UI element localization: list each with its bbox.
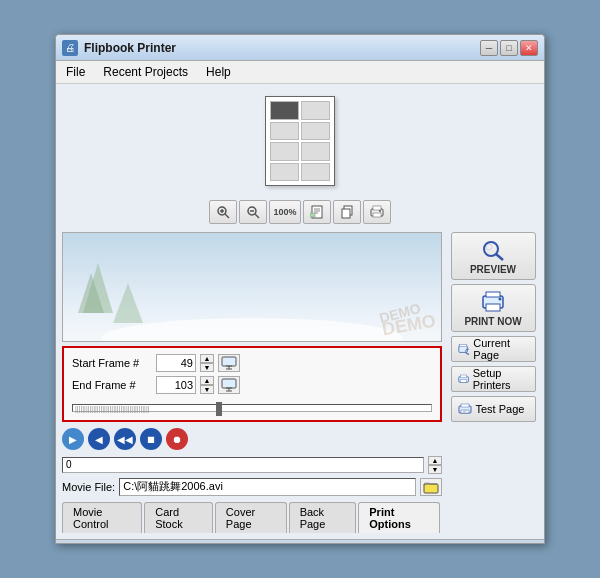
title-bar: 🖨 Flipbook Printer ─ □ ✕ (56, 35, 544, 61)
menu-recent-projects[interactable]: Recent Projects (99, 63, 192, 81)
title-bar-left: 🖨 Flipbook Printer (62, 40, 176, 56)
progress-spin-up[interactable]: ▲ (428, 456, 442, 465)
thumb-cell-3 (270, 122, 299, 141)
test-page-button[interactable]: Test Page (451, 396, 536, 422)
playback-row: ▶ ◀ ◀◀ ⏹ ⏺ (62, 426, 442, 452)
tab-card-stock[interactable]: Card Stock (144, 502, 213, 533)
end-frame-monitor[interactable] (218, 376, 240, 394)
menu-help[interactable]: Help (202, 63, 235, 81)
end-frame-spin-up[interactable]: ▲ (200, 376, 214, 385)
zoom-toolbar: 100% (62, 196, 538, 228)
svg-rect-40 (459, 345, 466, 347)
tab-cover-page[interactable]: Cover Page (215, 502, 287, 533)
progress-spinner: ▲ ▼ (428, 456, 442, 474)
stop-button[interactable]: ⏹ (140, 428, 162, 450)
svg-line-1 (225, 214, 229, 218)
test-page-label: Test Page (476, 403, 525, 415)
frame-slider-track[interactable]: ||||||||||||||||||||||||||||||||||||||||… (72, 404, 432, 412)
svg-rect-13 (342, 209, 350, 218)
window-bottom-border (56, 539, 544, 543)
svg-rect-36 (486, 292, 500, 297)
end-frame-row: End Frame # ▲ ▼ (72, 376, 432, 394)
svg-rect-23 (222, 357, 236, 366)
record-button[interactable]: ⏺ (166, 428, 188, 450)
start-frame-row: Start Frame # ▲ ▼ (72, 354, 432, 372)
copy-button[interactable] (333, 200, 361, 224)
zoom-in-button[interactable] (209, 200, 237, 224)
tab-movie-control[interactable]: Movie Control (62, 502, 142, 533)
start-frame-label: Start Frame # (72, 357, 152, 369)
thumb-cell-1 (270, 101, 299, 120)
frame-slider-thumb[interactable] (216, 402, 222, 416)
movie-file-row: Movie File: C:\阿貓跳舞2006.avi (62, 478, 442, 496)
main-window: 🖨 Flipbook Printer ─ □ ✕ File Recent Pro… (55, 34, 545, 544)
svg-point-17 (379, 210, 381, 212)
thumb-cell-5 (270, 142, 299, 161)
thumb-grid (266, 97, 334, 185)
current-page-button[interactable]: Current Page (451, 336, 536, 362)
svg-rect-31 (424, 484, 438, 493)
svg-line-33 (496, 254, 503, 260)
svg-rect-47 (461, 404, 469, 407)
progress-bar-row: 0 ▲ ▼ (62, 456, 442, 474)
setup-printers-label: Setup Printers (473, 367, 529, 391)
end-frame-input[interactable] (156, 376, 196, 394)
start-frame-input[interactable] (156, 354, 196, 372)
close-button[interactable]: ✕ (520, 40, 538, 56)
print-now-button-label: PRINT NOW (464, 316, 521, 327)
left-panel: DEMO DEMO Start Frame # ▲ ▼ (62, 232, 442, 533)
svg-point-34 (486, 244, 492, 250)
minimize-button[interactable]: ─ (480, 40, 498, 56)
thumb-cell-4 (301, 122, 330, 141)
progress-spin-down[interactable]: ▼ (428, 465, 442, 474)
thumb-cell-6 (301, 142, 330, 161)
svg-rect-48 (461, 410, 469, 413)
svg-rect-16 (373, 213, 381, 217)
end-frame-spinner: ▲ ▼ (200, 376, 214, 394)
page-setup-button[interactable] (303, 200, 331, 224)
main-content: 100% (56, 84, 544, 539)
end-frame-spin-down[interactable]: ▼ (200, 385, 214, 394)
preview-button[interactable]: PREVIEW (451, 232, 536, 280)
window-title: Flipbook Printer (84, 41, 176, 55)
current-page-label: Current Page (473, 337, 528, 361)
maximize-button[interactable]: □ (500, 40, 518, 56)
frame-control-box: Start Frame # ▲ ▼ (62, 346, 442, 422)
svg-rect-27 (222, 379, 236, 388)
start-frame-spin-down[interactable]: ▼ (200, 363, 214, 372)
setup-printers-button[interactable]: Setup Printers (451, 366, 536, 392)
svg-point-38 (499, 297, 502, 300)
play-button[interactable]: ▶ (62, 428, 84, 450)
thumb-cell-7 (270, 163, 299, 182)
preview-image: DEMO DEMO (63, 233, 441, 341)
start-frame-monitor[interactable] (218, 354, 240, 372)
page-thumbnail (265, 96, 335, 186)
tab-back-page[interactable]: Back Page (289, 502, 357, 533)
print-now-button[interactable]: PRINT NOW (451, 284, 536, 332)
end-frame-label: End Frame # (72, 379, 152, 391)
menu-bar: File Recent Projects Help (56, 61, 544, 84)
svg-rect-44 (460, 375, 466, 377)
preview-container (62, 90, 538, 192)
thumb-cell-8 (301, 163, 330, 182)
thumb-cell-2 (301, 101, 330, 120)
rewind-button[interactable]: ◀◀ (114, 428, 136, 450)
start-frame-spin-up[interactable]: ▲ (200, 354, 214, 363)
progress-value: 0 (66, 459, 72, 470)
tabs-row: Movie Control Card Stock Cover Page Back… (62, 502, 442, 533)
zoom-out-button[interactable] (239, 200, 267, 224)
back-button[interactable]: ◀ (88, 428, 110, 450)
tab-print-options[interactable]: Print Options (358, 502, 440, 533)
movie-file-label: Movie File: (62, 481, 115, 493)
preview-button-label: PREVIEW (470, 264, 516, 275)
start-frame-spinner: ▲ ▼ (200, 354, 214, 372)
svg-rect-45 (460, 380, 466, 382)
zoom-100-button[interactable]: 100% (269, 200, 301, 224)
menu-file[interactable]: File (62, 63, 89, 81)
progress-track[interactable]: 0 (62, 457, 424, 473)
svg-rect-15 (373, 206, 381, 210)
lower-section: DEMO DEMO Start Frame # ▲ ▼ (62, 232, 538, 533)
print-toolbar-button[interactable] (363, 200, 391, 224)
movie-file-browse-button[interactable] (420, 478, 442, 496)
movie-file-path: C:\阿貓跳舞2006.avi (119, 478, 416, 496)
